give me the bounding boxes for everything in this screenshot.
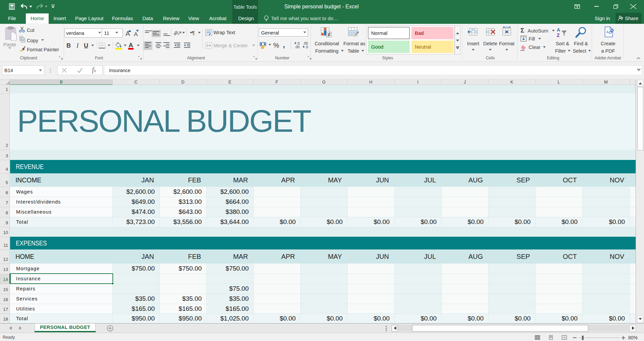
svg-text:A: A (557, 27, 560, 33)
svg-text:.00: .00 (295, 45, 300, 49)
svg-text:¶: ¶ (192, 30, 195, 36)
svg-text:A: A (606, 30, 608, 34)
svg-text:.0: .0 (305, 45, 308, 49)
svg-text:Z: Z (557, 33, 560, 38)
svg-text:ab: ab (174, 30, 179, 36)
